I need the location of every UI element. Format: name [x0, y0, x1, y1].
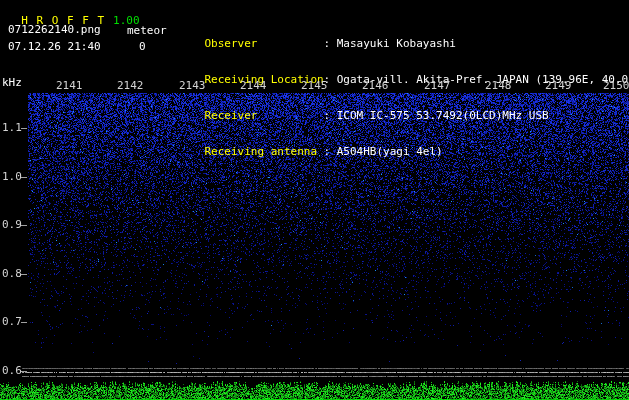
x-axis-tick: 2143: [179, 80, 206, 92]
x-axis-tick: 2144: [240, 80, 267, 92]
info-row-observer: Observer: Masayuki Kobayashi: [178, 26, 629, 38]
info-label: Receiving antenna: [205, 146, 324, 158]
info-label: Observer: [205, 38, 324, 50]
y-axis-tick: 0.6: [2, 365, 22, 377]
x-axis-tick: 2149: [545, 80, 572, 92]
y-axis-unit-label: kHz: [2, 77, 22, 89]
y-axis-tick: 0.7: [2, 316, 22, 328]
info-row-antenna: Receiving antenna: A504HB(yagi 4el): [178, 134, 629, 146]
x-axis-tick: 2147: [424, 80, 451, 92]
y-axis-tick: 1.1: [2, 122, 22, 134]
y-axis-tick: 1.0: [2, 171, 22, 183]
info-value: : Masayuki Kobayashi: [324, 37, 456, 50]
x-axis-tick: 2150: [603, 80, 629, 92]
y-axis-tick: 0.8: [2, 268, 22, 280]
x-axis-tick: 2141: [56, 80, 83, 92]
x-axis-tick: 2148: [485, 80, 512, 92]
info-label: Receiver: [205, 110, 324, 122]
meteor-count: 0: [139, 41, 146, 53]
output-filename: 0712262140.png: [8, 24, 101, 36]
info-row-location: Receiving Location: Ogata-vill. Akita-Pr…: [178, 62, 629, 74]
info-row-receiver: Receiver: ICOM IC-575 53.7492(0LCD)MHz U…: [178, 98, 629, 110]
x-axis-tick: 2146: [362, 80, 389, 92]
mode-label: meteor: [127, 25, 167, 37]
x-axis-tick: 2145: [301, 80, 328, 92]
datetime: 07.12.26 21:40: [8, 41, 101, 53]
x-axis-tick: 2142: [117, 80, 144, 92]
y-axis-tick: 0.9: [2, 219, 22, 231]
info-value: : ICOM IC-575 53.7492(0LCD)MHz USB: [324, 109, 549, 122]
info-value: : A504HB(yagi 4el): [324, 145, 443, 158]
